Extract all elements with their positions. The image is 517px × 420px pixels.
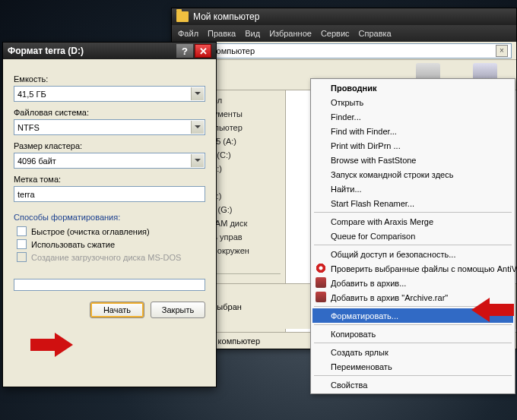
context-menu: ПроводникОткрытьFinder...Find with Finde… <box>310 78 515 394</box>
capacity-label: Емкость: <box>14 74 205 84</box>
msdos-checkbox-row: Создание загрузочного диска MS-DOS <box>17 252 205 262</box>
context-separator <box>314 324 512 325</box>
quick-format-checkbox-row[interactable]: Быстрое (очистка оглавления) <box>17 226 205 236</box>
menu-view[interactable]: Вид <box>245 29 260 38</box>
context-item[interactable]: Копировать <box>312 327 513 341</box>
filesystem-label: Файловая система: <box>14 108 205 117</box>
filesystem-dropdown[interactable]: NTFS <box>14 119 205 135</box>
capacity-dropdown[interactable]: 41,5 ГБ <box>14 86 205 102</box>
folder-icon <box>176 11 189 22</box>
button-row: Начать Закрыть <box>14 302 205 318</box>
methods-label: Способы форматирования: <box>14 213 205 222</box>
menu-help[interactable]: Справка <box>359 29 392 38</box>
context-item[interactable]: Проводник <box>312 81 513 95</box>
context-item[interactable]: Finder... <box>312 109 513 124</box>
context-separator <box>314 375 512 376</box>
explorer-titlebar[interactable]: Мой компьютер <box>172 8 516 25</box>
menu-file[interactable]: Файл <box>178 29 198 38</box>
i-rar-icon <box>316 277 326 288</box>
context-item[interactable]: Запуск командной строки здесь <box>312 167 513 182</box>
help-button[interactable]: ? <box>176 44 193 58</box>
volume-input[interactable]: terra <box>14 186 205 202</box>
checkbox-icon[interactable] <box>17 226 27 236</box>
context-separator <box>314 212 512 213</box>
context-item[interactable]: Browse with FastStone <box>312 153 513 167</box>
explorer-menubar: Файл Правка Вид Избранное Сервис Справка <box>172 25 516 42</box>
address-close-icon[interactable]: × <box>496 45 508 57</box>
i-av-icon <box>316 263 326 273</box>
menu-favorites[interactable]: Избранное <box>269 29 312 38</box>
chevron-down-icon[interactable] <box>191 87 204 100</box>
context-item[interactable]: Найти... <box>312 182 513 196</box>
context-item[interactable]: Переименовать <box>312 359 513 374</box>
menu-edit[interactable]: Правка <box>208 29 236 38</box>
context-item[interactable]: Start Flash Renamer... <box>312 196 513 210</box>
format-titlebar[interactable]: Формат terra (D:) ? ✕ <box>3 43 216 59</box>
context-item[interactable]: Свойства <box>312 377 513 392</box>
checkbox-icon[interactable] <box>17 239 27 249</box>
chevron-down-icon[interactable] <box>191 154 204 167</box>
context-item[interactable]: Compare with Araxis Merge <box>312 214 513 229</box>
explorer-title-text: Мой компьютер <box>193 11 259 22</box>
start-button[interactable]: Начать <box>90 302 144 318</box>
context-separator <box>314 343 512 343</box>
chevron-down-icon[interactable] <box>191 121 204 134</box>
format-title-text: Формат terra (D:) <box>8 46 84 56</box>
cluster-label: Размер кластера: <box>14 141 205 150</box>
context-item[interactable]: Проверить выбранные файлы с помощью Anti… <box>312 261 513 276</box>
context-separator <box>314 245 512 245</box>
close-format-button[interactable]: Закрыть <box>151 302 205 318</box>
context-item[interactable]: Print with DirPrn ... <box>312 138 513 153</box>
context-item[interactable]: Find with Finder... <box>312 124 513 138</box>
context-item[interactable]: Добавить в архив... <box>312 276 513 290</box>
context-item[interactable]: Queue for Comparison <box>312 229 513 243</box>
checkbox-icon <box>17 252 27 262</box>
context-item[interactable]: Создать ярлык <box>312 345 513 359</box>
i-rar-icon <box>316 292 326 302</box>
close-button[interactable]: ✕ <box>195 44 211 58</box>
explorer-addressbar: Мой компьютер × <box>172 42 516 60</box>
format-body: Емкость: 41,5 ГБ Файловая система: NTFS … <box>3 59 216 327</box>
volume-label: Метка тома: <box>14 175 205 184</box>
cluster-dropdown[interactable]: 4096 байт <box>14 153 205 169</box>
context-item[interactable]: Общий доступ и безопасность... <box>312 247 513 261</box>
compression-checkbox-row[interactable]: Использовать сжатие <box>17 239 205 249</box>
address-field[interactable]: Мой компьютер × <box>176 43 512 58</box>
context-item[interactable]: Открыть <box>312 95 513 109</box>
progress-bar <box>14 279 205 291</box>
menu-tools[interactable]: Сервис <box>321 29 350 38</box>
